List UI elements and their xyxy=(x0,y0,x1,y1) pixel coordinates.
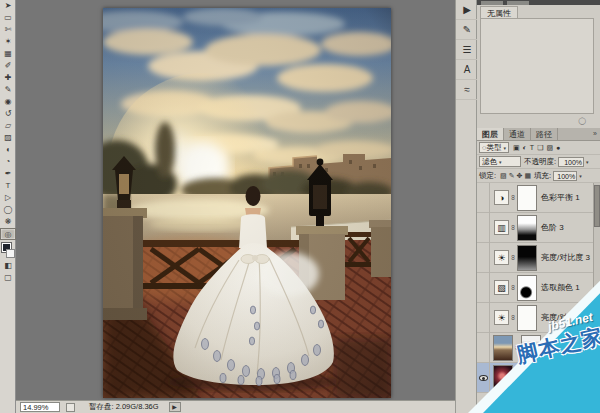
visibility-toggle[interactable] xyxy=(477,213,490,243)
layer-row[interactable]: ◑ ∞ 色彩平衡 1 xyxy=(477,183,593,213)
zoom-level-field[interactable]: 14.99% xyxy=(20,402,60,412)
status-bar-menu-button[interactable]: ▶ xyxy=(169,402,181,412)
brightness-contrast-adjustment-icon[interactable]: ☀ xyxy=(494,310,509,325)
opacity-label: 不透明度: xyxy=(524,157,556,167)
chevron-down-icon[interactable]: ▾ xyxy=(579,173,582,179)
layer-name[interactable]: 色阶 3 xyxy=(541,222,564,233)
brush-tool[interactable]: ✎ xyxy=(0,84,16,96)
layer-mask-thumbnail[interactable] xyxy=(517,215,537,241)
zoom-tool[interactable]: ◎ xyxy=(0,228,16,240)
layer-name[interactable]: 选取颜色 1 xyxy=(541,282,580,293)
filter-toggle-icon[interactable]: ● xyxy=(556,144,560,152)
history-brush-tool[interactable]: ↺ xyxy=(0,108,16,120)
quick-mask-button[interactable]: ◧ xyxy=(0,260,16,272)
lock-all-icon[interactable]: ▦ xyxy=(524,172,531,180)
layer-row-selected[interactable]: 图层 1 xyxy=(477,363,593,393)
lock-pixels-icon[interactable]: ✎ xyxy=(509,172,515,180)
layer-thumbnail[interactable] xyxy=(493,365,513,391)
layer-name[interactable]: 色彩平衡 1 xyxy=(541,192,580,203)
layer-row[interactable] xyxy=(477,393,593,413)
layer-list: ◑ ∞ 色彩平衡 1 ▥ ∞ 色阶 3 ☀ ∞ 亮度/对比度 3 xyxy=(477,183,593,413)
move-tool[interactable]: ➤ xyxy=(0,0,16,12)
filter-shape-icon[interactable]: ❑ xyxy=(537,144,543,152)
blur-tool[interactable]: ◖ xyxy=(0,144,16,156)
opacity-field[interactable]: 100% xyxy=(558,157,584,167)
layer-row[interactable]: ▥ ∞ 色阶 3 xyxy=(477,213,593,243)
clone-stamp-tool[interactable]: ◉ xyxy=(0,96,16,108)
layer-mask-thumbnail[interactable] xyxy=(517,185,537,211)
levels-adjustment-icon[interactable]: ▥ xyxy=(494,220,509,235)
pen-tool[interactable]: ✒ xyxy=(0,168,16,180)
tools-palette: ➤ ▭ ✄ ✶ ▦ ✐ ✚ ✎ ◉ ↺ ▱ ▨ ◖ ◔ ✒ T ▷ ◯ ❋ ◎ … xyxy=(0,0,16,413)
character-panel-icon[interactable]: A xyxy=(456,60,478,80)
layer-row[interactable]: ▧ ∞ 选取颜色 1 xyxy=(477,273,593,303)
filter-kind-dropdown[interactable]: ◌ 类型 ▾ xyxy=(479,142,509,153)
healing-brush-tool[interactable]: ✚ xyxy=(0,72,16,84)
properties-panel-body xyxy=(480,18,594,114)
layer-mask-thumbnail[interactable] xyxy=(517,245,537,271)
quick-selection-tool[interactable]: ✶ xyxy=(0,36,16,48)
layer-name[interactable]: 图层 2 xyxy=(545,342,568,353)
layer-row[interactable]: ☀ ∞ 亮度/对比度 3 xyxy=(477,243,593,273)
layer-row[interactable]: ∞ 图层 2 xyxy=(477,333,593,363)
type-tool[interactable]: T xyxy=(0,180,16,192)
background-color-swatch[interactable] xyxy=(6,249,15,258)
marquee-tool[interactable]: ▭ xyxy=(0,12,16,24)
layer-name[interactable]: 图层 1 xyxy=(517,372,540,383)
chevron-down-icon[interactable]: ▾ xyxy=(586,159,589,165)
layer-mask-thumbnail[interactable] xyxy=(521,335,541,361)
color-balance-adjustment-icon[interactable]: ◑ xyxy=(494,190,509,205)
brightness-contrast-adjustment-icon[interactable]: ☀ xyxy=(494,250,509,265)
visibility-toggle[interactable] xyxy=(477,393,490,413)
blend-mode-row: 滤色 ▾ 不透明度: 100% ▾ xyxy=(477,155,600,169)
shape-tool[interactable]: ◯ xyxy=(0,204,16,216)
filter-type-icon[interactable]: T xyxy=(530,144,534,152)
layer-name[interactable]: 亮度/对比度 2 xyxy=(541,312,590,323)
visibility-toggle[interactable] xyxy=(477,333,490,363)
actions-panel-icon[interactable]: ▶ xyxy=(456,0,478,20)
document-status-icon xyxy=(66,403,75,412)
lock-position-icon[interactable]: ✥ xyxy=(517,172,523,180)
photo-canvas[interactable] xyxy=(103,8,391,398)
paragraph-panel-icon[interactable]: ≈ xyxy=(456,80,478,100)
panel-menu-icon[interactable]: » xyxy=(590,128,600,140)
layer-name[interactable]: 亮度/对比度 3 xyxy=(541,252,590,263)
layers-panel: 图层 通道 路径 » ◌ 类型 ▾ ▣ ◐ T ❑ ▨ ● 滤色 ▾ xyxy=(477,128,600,413)
layers-scrollbar[interactable] xyxy=(593,183,600,413)
layer-row[interactable]: ☀ ∞ 亮度/对比度 2 xyxy=(477,303,593,333)
filter-adjustment-icon[interactable]: ◐ xyxy=(523,144,527,152)
gradient-tool[interactable]: ▨ xyxy=(0,132,16,144)
filter-smartobject-icon[interactable]: ▨ xyxy=(546,144,553,152)
lock-transparency-icon[interactable]: ▨ xyxy=(500,172,507,180)
eraser-tool[interactable]: ▱ xyxy=(0,120,16,132)
screen-mode-button[interactable]: ▢ xyxy=(0,272,16,284)
layer-thumbnail[interactable] xyxy=(493,335,513,361)
visibility-toggle[interactable] xyxy=(477,243,490,273)
visibility-toggle[interactable] xyxy=(477,303,490,333)
selective-color-adjustment-icon[interactable]: ▧ xyxy=(494,280,509,295)
blend-mode-dropdown[interactable]: 滤色 ▾ xyxy=(479,156,521,167)
path-selection-tool[interactable]: ▷ xyxy=(0,192,16,204)
properties-footer-icon: ◯ xyxy=(578,117,586,125)
tab-layers[interactable]: 图层 xyxy=(477,128,504,140)
layers-tab-bar: 图层 通道 路径 » xyxy=(477,128,600,141)
hand-tool[interactable]: ❋ xyxy=(0,216,16,228)
lasso-tool[interactable]: ✄ xyxy=(0,24,16,36)
crop-tool[interactable]: ▦ xyxy=(0,48,16,60)
dodge-tool[interactable]: ◔ xyxy=(0,156,16,168)
layer-mask-thumbnail[interactable] xyxy=(517,275,537,301)
scrollbar-thumb[interactable] xyxy=(594,185,600,227)
status-bar: 14.99% 暂存盘: 2.09G/8.36G ▶ xyxy=(16,400,455,413)
layer-mask-thumbnail[interactable] xyxy=(517,305,537,331)
visibility-toggle[interactable] xyxy=(477,273,490,303)
visibility-toggle[interactable] xyxy=(477,183,490,213)
link-icon: ∞ xyxy=(510,255,517,261)
filter-pixel-icon[interactable]: ▣ xyxy=(513,144,520,152)
clone-source-panel-icon[interactable]: ☰ xyxy=(456,40,478,60)
tab-channels[interactable]: 通道 xyxy=(504,128,531,140)
visibility-toggle[interactable] xyxy=(477,363,490,393)
fill-field[interactable]: 100% xyxy=(553,171,577,181)
eyedropper-tool[interactable]: ✐ xyxy=(0,60,16,72)
brush-panel-icon[interactable]: ✎ xyxy=(456,20,478,40)
tab-paths[interactable]: 路径 xyxy=(531,128,558,140)
